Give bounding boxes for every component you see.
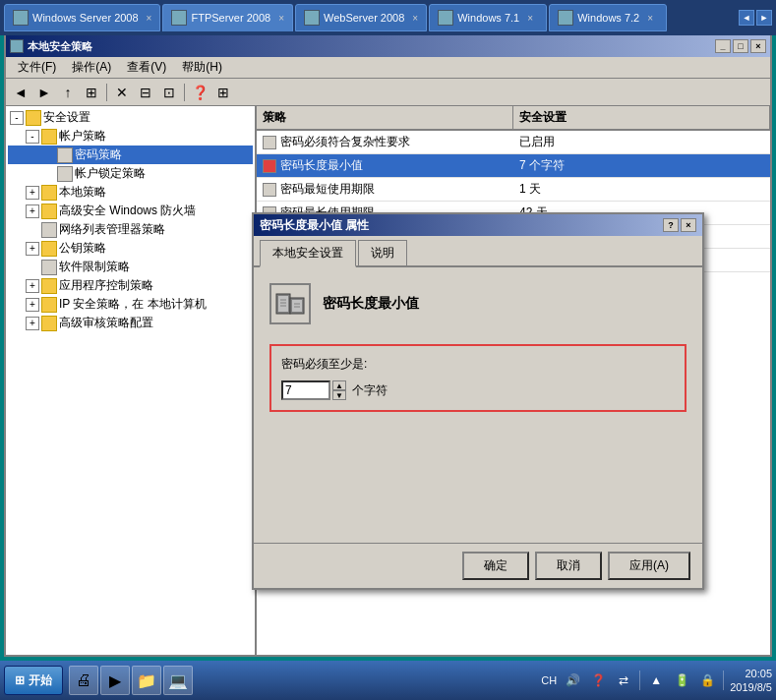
tree-expand-10[interactable]: + [26, 298, 39, 312]
toolbar-btn-up[interactable]: ↑ [57, 82, 79, 103]
menu-item-2[interactable]: 查看(V) [119, 57, 174, 78]
systray-volume[interactable]: 🔊 [563, 671, 582, 690]
tree-expand-5[interactable]: + [26, 204, 39, 218]
tree-expand-9[interactable]: + [26, 279, 39, 293]
taskbar-separator [639, 671, 640, 690]
dialog-tab-1[interactable]: 说明 [358, 240, 407, 265]
tab-2[interactable]: WebServer 2008× [295, 4, 427, 31]
tree-node-0[interactable]: -安全设置 [8, 108, 253, 127]
toolbar-btn-new-window[interactable]: ⊞ [81, 82, 102, 103]
dialog-close-btn[interactable]: × [681, 218, 696, 232]
toolbar-sep-7 [184, 84, 185, 101]
systray-help[interactable]: ❓ [588, 671, 608, 690]
tree-label-9: 应用程序控制策略 [59, 277, 153, 294]
clock: 20:05 2019/8/5 [730, 667, 772, 695]
close-btn[interactable]: × [750, 39, 766, 53]
tree-node-1[interactable]: -帐户策略 [8, 127, 253, 146]
tree-label-1: 帐户策略 [59, 128, 106, 145]
tab-close-2[interactable]: × [412, 13, 418, 24]
dialog-ok-btn[interactable]: 确定 [462, 552, 529, 580]
tab-close-3[interactable]: × [527, 13, 533, 24]
tab-0[interactable]: Windows Server 2008× [4, 4, 160, 31]
menu-item-0[interactable]: 文件(F) [10, 57, 64, 78]
window-icon [10, 39, 24, 53]
tree-expand-4[interactable]: + [26, 186, 39, 200]
taskbar-item-computer[interactable]: 💻 [163, 666, 193, 695]
tab-prev-btn[interactable]: ◄ [739, 10, 754, 26]
tab-3[interactable]: Windows 7.1× [429, 4, 547, 31]
menu-item-1[interactable]: 操作(A) [64, 57, 119, 78]
list-icon-1 [263, 159, 276, 173]
menu-item-3[interactable]: 帮助(H) [174, 57, 230, 78]
spinner-up-btn[interactable]: ▲ [332, 380, 346, 390]
tree-icon-7 [41, 241, 57, 257]
toolbar-btn-properties[interactable]: ⊟ [135, 82, 156, 103]
dialog-cancel-btn[interactable]: 取消 [535, 552, 602, 580]
tree-expand-7[interactable]: + [26, 242, 39, 256]
toolbar-btn-back[interactable]: ◄ [10, 82, 31, 103]
clock-time: 20:05 [730, 667, 772, 680]
tree-node-3[interactable]: 帐户锁定策略 [8, 164, 253, 183]
list-row-1[interactable]: 密码长度最小值 7 个字符 [257, 154, 770, 178]
minimize-btn[interactable]: _ [715, 39, 731, 53]
tree-expand-0[interactable]: - [10, 111, 24, 125]
systray-network[interactable]: ⇄ [614, 671, 633, 690]
window-controls: _ □ × [715, 39, 766, 53]
dialog-footer: 确定取消应用(A) [254, 543, 702, 588]
dialog-tab-0[interactable]: 本地安全设置 [260, 240, 356, 267]
maximize-btn[interactable]: □ [733, 39, 748, 53]
tree-node-10[interactable]: +IP 安全策略，在 本地计算机 [8, 295, 253, 314]
window-title: 本地安全策略 [28, 39, 92, 54]
tab-4[interactable]: Windows 7.2× [549, 4, 667, 31]
list-row-2[interactable]: 密码最短使用期限 1 天 [257, 178, 770, 202]
list-policy-0: 密码必须符合复杂性要求 [280, 134, 410, 150]
spinner-unit: 个字符 [352, 382, 388, 399]
tab-close-4[interactable]: × [647, 13, 653, 24]
tab-close-0[interactable]: × [147, 13, 152, 24]
tab-next-btn[interactable]: ► [756, 10, 772, 26]
tree-icon-11 [41, 316, 57, 331]
systray-arrow[interactable]: ▲ [646, 671, 666, 690]
dialog-help-btn[interactable]: ? [663, 218, 679, 232]
toolbar-btn-view2[interactable]: ⊞ [212, 82, 234, 103]
toolbar-btn-view[interactable]: ⊡ [158, 82, 180, 103]
top-taskbar: Windows Server 2008×FTPServer 2008×WebSe… [0, 0, 776, 35]
tree-icon-8 [41, 260, 57, 275]
taskbar-item-media-player[interactable]: ▶ [100, 666, 130, 695]
spinner-down-btn[interactable]: ▼ [332, 390, 346, 400]
tree-expand-1[interactable]: - [26, 130, 39, 144]
tree-node-11[interactable]: +高级审核策略配置 [8, 314, 253, 332]
tree-node-6[interactable]: 网络列表管理器策略 [8, 220, 253, 239]
tree-icon-10 [41, 297, 57, 313]
properties-dialog: 密码长度最小值 属性 ? × 本地安全设置说明 [252, 212, 704, 590]
start-button[interactable]: ⊞ 开始 [4, 666, 63, 695]
list-setting-2: 1 天 [519, 181, 541, 198]
tree-label-2: 密码策略 [75, 146, 122, 163]
tree-node-5[interactable]: +高级安全 Windows 防火墙 [8, 202, 253, 220]
spinner-value-field[interactable] [281, 380, 330, 400]
svg-rect-6 [292, 300, 302, 312]
tree-icon-4 [41, 185, 57, 201]
dialog-titlebar: 密码长度最小值 属性 ? × [254, 214, 702, 236]
dialog-apply-btn[interactable]: 应用(A) [608, 552, 690, 580]
tab-1[interactable]: FTPServer 2008× [162, 4, 293, 31]
tab-close-1[interactable]: × [278, 13, 284, 24]
list-row-0[interactable]: 密码必须符合复杂性要求 已启用 [257, 131, 770, 154]
tree-node-7[interactable]: +公钥策略 [8, 239, 253, 258]
taskbar-item-file-explorer[interactable]: 📁 [132, 666, 161, 695]
tree-node-4[interactable]: +本地策略 [8, 183, 253, 202]
toolbar-btn-forward[interactable]: ► [33, 82, 55, 103]
dialog-controls: ? × [663, 218, 696, 232]
toolbar-btn-help[interactable]: ❓ [189, 82, 210, 103]
list-icon-0 [263, 136, 276, 149]
tree-node-2[interactable]: 密码策略 [8, 146, 253, 164]
list-policy-1: 密码长度最小值 [280, 157, 363, 174]
tree-icon-3 [57, 166, 73, 182]
toolbar-btn-delete[interactable]: ✕ [111, 82, 133, 103]
tree-icon-5 [41, 204, 57, 219]
tree-node-9[interactable]: +应用程序控制策略 [8, 276, 253, 295]
tree-expand-11[interactable]: + [26, 317, 39, 330]
tree-node-8[interactable]: 软件限制策略 [8, 258, 253, 276]
taskbar-item-printer[interactable]: 🖨 [69, 666, 98, 695]
list-cell-setting-0: 已启用 [513, 131, 770, 153]
